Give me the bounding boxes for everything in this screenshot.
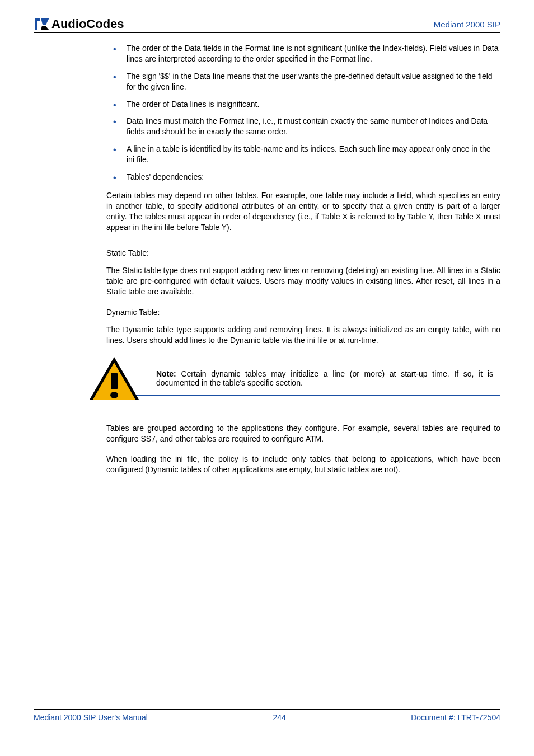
dynamic-table-title: Dynamic Table:: [106, 307, 500, 318]
list-item: The order of the Data fields in the Form…: [106, 43, 500, 64]
list-text: The order of Data lines is insignificant…: [127, 100, 259, 109]
list-text: Data lines must match the Format line, i…: [127, 116, 488, 136]
body-content-2: Tables are grouped according to the appl…: [34, 423, 500, 476]
list-text: The sign '$$' in the Data line means tha…: [127, 72, 493, 91]
list-item: The sign '$$' in the Data line means tha…: [106, 71, 500, 92]
list-item: Tables' dependencies:: [106, 172, 500, 182]
bullet-list: The order of the Data fields in the Form…: [106, 43, 500, 182]
note-callout: Note: Certain dynamic tables may initial…: [34, 357, 500, 400]
product-name: Mediant 2000 SIP: [434, 20, 500, 29]
list-item: The order of Data lines is insignificant…: [106, 99, 500, 110]
footer-left: Mediant 2000 SIP User's Manual: [34, 713, 148, 722]
page-header: AudioCodes Mediant 2000 SIP: [34, 17, 500, 33]
footer-page-number: 244: [273, 713, 285, 722]
note-box: Note: Certain dynamic tables may initial…: [116, 361, 500, 396]
list-text: A line in a table is identified by its t…: [127, 144, 491, 164]
brand-logo: AudioCodes: [34, 17, 124, 31]
note-label: Note:: [156, 369, 176, 378]
list-text: Tables' dependencies:: [127, 172, 204, 181]
paragraph-dependency: Certain tables may depend on other table…: [106, 190, 500, 233]
svg-marker-2: [41, 26, 49, 30]
list-item: Data lines must match the Format line, i…: [106, 116, 500, 137]
brand-name-b: Codes: [86, 17, 124, 31]
dynamic-table-body: The Dynamic table type supports adding a…: [106, 325, 500, 346]
paragraph-grouping: Tables are grouped according to the appl…: [106, 423, 500, 444]
note-text: Certain dynamic tables may initialize a …: [156, 369, 493, 387]
list-text: The order of the Data fields in the Form…: [127, 44, 499, 63]
page-footer: Mediant 2000 SIP User's Manual 244 Docum…: [34, 709, 500, 722]
svg-marker-1: [41, 18, 49, 25]
brand-name-a: Audio: [51, 17, 86, 31]
paragraph-loading: When loading the ini file, the policy is…: [106, 454, 500, 475]
audiocodes-mark-icon: [34, 17, 50, 31]
list-item: A line in a table is identified by its t…: [106, 144, 500, 165]
svg-marker-0: [35, 18, 40, 30]
static-table-body: The Static table type does not support a…: [106, 265, 500, 297]
body-content: The order of the Data fields in the Form…: [34, 43, 500, 346]
static-table-title: Static Table:: [106, 248, 500, 259]
spacer: [106, 242, 500, 248]
warning-icon: [90, 357, 139, 400]
footer-right: Document #: LTRT-72504: [411, 713, 500, 722]
page-container: AudioCodes Mediant 2000 SIP The order of…: [0, 0, 534, 739]
